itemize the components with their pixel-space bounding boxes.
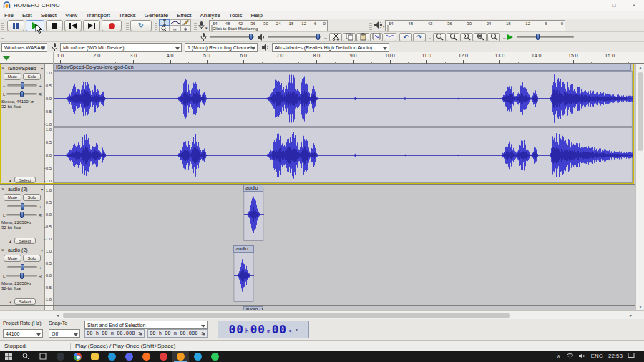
track-4-waveform-area[interactable]: audio (1) bbox=[54, 306, 635, 310]
menu-item-help[interactable]: Help bbox=[247, 11, 267, 19]
pan-thumb[interactable] bbox=[20, 212, 24, 218]
envelope-tool-button[interactable] bbox=[170, 19, 180, 26]
track-close-icon[interactable]: × bbox=[1, 66, 6, 72]
playback-meter-speaker-icon[interactable]: ▾ bbox=[374, 21, 385, 29]
track-menu-caret-icon[interactable]: ▾ bbox=[8, 308, 10, 310]
minimize-button[interactable]: — bbox=[584, 0, 604, 11]
play-speed-thumb[interactable] bbox=[536, 34, 540, 40]
select-button[interactable]: Select bbox=[14, 177, 36, 183]
network-icon[interactable] bbox=[566, 353, 574, 361]
track-3-waveform-area[interactable]: audio bbox=[54, 245, 635, 305]
undo-button[interactable]: ↶ bbox=[399, 33, 412, 41]
taskbar-app-audacity[interactable] bbox=[172, 351, 189, 362]
mute-button[interactable]: Mute bbox=[4, 73, 21, 80]
record-button[interactable] bbox=[102, 20, 122, 31]
timeline-options-button[interactable] bbox=[3, 56, 10, 61]
trim-audio-button[interactable] bbox=[370, 33, 383, 41]
play-speed-slider[interactable] bbox=[517, 35, 574, 39]
selection-end-field[interactable]: 00 h 00 m 00.000 s bbox=[147, 329, 208, 338]
mute-button[interactable]: Mute bbox=[4, 194, 21, 201]
collapse-icon[interactable]: ▲ bbox=[9, 239, 12, 243]
clock[interactable]: 22:53 bbox=[608, 351, 623, 362]
track-1-name[interactable]: IShowSpeed bbox=[8, 66, 39, 71]
taskbar-search-icon[interactable] bbox=[17, 351, 34, 362]
recording-volume-thumb[interactable] bbox=[249, 34, 253, 40]
gain-thumb[interactable] bbox=[21, 264, 24, 270]
loop-button[interactable]: ↻ bbox=[130, 20, 152, 31]
solo-button[interactable]: Solo bbox=[23, 73, 41, 80]
pan-slider[interactable]: L R bbox=[3, 91, 42, 97]
paste-button[interactable] bbox=[356, 33, 369, 41]
clip-title[interactable]: audio bbox=[243, 185, 263, 192]
taskbar-app-firefox[interactable] bbox=[137, 351, 155, 362]
toolbar-grip[interactable] bbox=[155, 21, 157, 30]
pan-thumb[interactable] bbox=[20, 273, 24, 279]
gain-slider[interactable]: − + bbox=[3, 82, 42, 89]
track-1-waveform-area[interactable]: IShowSpeed-Do-you-love-god-Ben bbox=[54, 64, 635, 184]
menu-item-file[interactable]: File bbox=[0, 11, 18, 19]
playback-device-select[interactable]: Alto-falantes (Realtek High Definition A… bbox=[272, 43, 389, 52]
playback-volume-thumb[interactable] bbox=[316, 34, 320, 40]
horizontal-scroll-thumb[interactable] bbox=[63, 313, 510, 318]
audio-host-select[interactable]: Windows WASAPI bbox=[1, 43, 47, 52]
playback-volume-slider[interactable] bbox=[268, 35, 321, 39]
gain-thumb[interactable] bbox=[21, 82, 24, 89]
gain-slider[interactable]: − + bbox=[3, 203, 42, 210]
track-menu-caret-icon[interactable]: ▾ bbox=[41, 248, 43, 253]
start-button[interactable] bbox=[0, 351, 17, 362]
cut-button[interactable] bbox=[329, 33, 342, 41]
zoom-toggle-button[interactable] bbox=[487, 33, 500, 41]
menu-item-select[interactable]: Select bbox=[36, 11, 61, 19]
zoom-tool-button[interactable] bbox=[159, 26, 170, 32]
zoom-in-button[interactable] bbox=[433, 33, 446, 41]
zoom-out-button[interactable] bbox=[447, 33, 459, 41]
timeline-ruler[interactable]: 1.02.03.04.05.06.07.08.09.010.011.012.01… bbox=[54, 52, 644, 64]
clip-title[interactable]: IShowSpeed-Do-you-love-god-Ben bbox=[54, 64, 631, 71]
taskbar-app-telegram[interactable] bbox=[189, 351, 206, 362]
scroll-down-icon[interactable]: ▼ bbox=[636, 303, 644, 310]
timeline[interactable]: 1.02.03.04.05.06.07.08.09.010.011.012.01… bbox=[0, 52, 644, 64]
pan-slider[interactable]: L R bbox=[3, 212, 42, 218]
select-button[interactable]: Select bbox=[14, 238, 36, 244]
fit-project-button[interactable] bbox=[474, 33, 487, 41]
collapse-icon[interactable]: ▲ bbox=[9, 178, 12, 182]
selection-start-field[interactable]: 00 h 00 m 00.000 s bbox=[84, 329, 145, 338]
language-indicator[interactable]: ENG bbox=[591, 351, 603, 362]
track-close-icon[interactable]: × bbox=[1, 308, 6, 310]
track-2-control-panel[interactable]: × audio (2) ▾ Mute Solo − + L R bbox=[0, 185, 45, 245]
track-close-icon[interactable]: × bbox=[1, 187, 6, 192]
taskbar-app-file-explorer[interactable] bbox=[86, 351, 103, 362]
taskbar-app-whatsapp[interactable] bbox=[206, 351, 223, 362]
track-menu-caret-icon[interactable]: ▾ bbox=[41, 187, 43, 192]
track-3-name[interactable]: audio (2) bbox=[8, 248, 39, 253]
taskbar-app-discord[interactable] bbox=[120, 351, 137, 362]
copy-button[interactable] bbox=[343, 33, 356, 41]
track-menu-caret-icon[interactable]: ▾ bbox=[41, 66, 43, 71]
pan-thumb[interactable] bbox=[20, 91, 24, 97]
mute-button[interactable]: Mute bbox=[4, 255, 21, 262]
toolbar-grip[interactable] bbox=[369, 21, 372, 30]
menu-item-generate[interactable]: Generate bbox=[140, 11, 172, 19]
multi-tool-button[interactable]: ∗ bbox=[180, 26, 191, 32]
draw-tool-button[interactable] bbox=[180, 19, 191, 26]
toolbar-grip[interactable] bbox=[429, 34, 431, 40]
horizontal-scrollbar[interactable]: ◄ ► bbox=[0, 310, 644, 319]
menu-item-view[interactable]: View bbox=[61, 11, 82, 19]
toolbar-grip[interactable] bbox=[324, 34, 327, 40]
record-meter-mic-icon[interactable]: ▾ bbox=[198, 21, 208, 30]
toolbar-grip[interactable] bbox=[1, 34, 4, 40]
taskbar-app-app-dark[interactable] bbox=[52, 351, 69, 362]
track-2-name[interactable]: audio (2) bbox=[8, 187, 39, 192]
volume-icon[interactable] bbox=[579, 353, 586, 361]
close-button[interactable]: × bbox=[624, 0, 644, 11]
track-2-waveform-area[interactable]: audio bbox=[54, 185, 635, 245]
menu-item-effect[interactable]: Effect bbox=[172, 11, 195, 19]
tray-chevron-up-icon[interactable]: ∧ bbox=[557, 353, 561, 360]
toolbar-grip[interactable] bbox=[503, 34, 506, 40]
recording-device-select[interactable]: Microfone (WO Mic Device) bbox=[60, 43, 182, 52]
maximize-button[interactable]: □ bbox=[604, 0, 624, 11]
menu-item-transport[interactable]: Transport bbox=[82, 11, 114, 19]
project-rate-select[interactable]: 44100 bbox=[3, 329, 43, 338]
solo-button[interactable]: Solo bbox=[23, 194, 41, 201]
track-1-right-channel-waveform[interactable] bbox=[54, 127, 635, 183]
